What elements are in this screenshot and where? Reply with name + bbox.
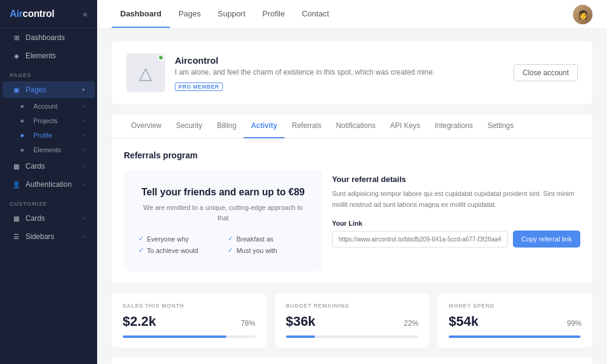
dot-icon <box>21 120 24 123</box>
profile-bio: I am alone, and feel the charm of existe… <box>175 68 435 76</box>
feature-label: To achieve would <box>147 247 198 254</box>
feature-item: ✓ Must you with <box>228 246 307 254</box>
stat-percent: 78% <box>241 319 256 328</box>
tab-billing[interactable]: Billing <box>209 114 243 138</box>
chevron-right-icon: › <box>83 147 85 153</box>
sidebars-icon: ☰ <box>12 232 21 241</box>
stat-label: BUDGET REMAINING <box>286 303 419 309</box>
sidebar-item-label: Pages <box>25 86 46 94</box>
pages-icon: ▣ <box>12 86 21 94</box>
referrals-program-card: Referrals program Tell your friends and … <box>112 138 592 283</box>
sidebar-item-label: Authentication <box>25 180 72 189</box>
stat-label: MONEY SPEND <box>449 303 582 309</box>
topnav-link-dashboard[interactable]: Dashboard <box>112 1 170 28</box>
dot-icon <box>21 134 24 137</box>
cards2-icon: ▦ <box>12 214 21 223</box>
chevron-right-icon: › <box>83 215 85 221</box>
sidebar-item-authentication[interactable]: 👤 Authentication › <box>2 176 95 193</box>
referral-promo: Tell your friends and earn up to €89 We … <box>124 170 322 271</box>
tab-security[interactable]: Security <box>169 114 209 138</box>
main-area: Dashboard Pages Support Profile Contact … <box>97 0 607 364</box>
promo-description: We are mmitted to a unique, cutting-edge… <box>138 203 308 223</box>
chevron-down-icon: ▾ <box>82 87 85 93</box>
pages-section-label: PAGES <box>0 65 97 81</box>
content-area: △ Aircontrol I am alone, and feel the ch… <box>97 29 607 364</box>
dashboards-icon: ⊞ <box>12 33 21 42</box>
feature-label: Everyone why <box>147 235 189 243</box>
referral-details: Your referral details Sunt adipisicing t… <box>332 170 580 271</box>
tab-activity[interactable]: Activity <box>243 114 284 138</box>
check-icon: ✓ <box>228 246 233 254</box>
check-icon: ✓ <box>228 235 233 243</box>
feature-label: Must you with <box>236 247 277 254</box>
details-heading: Your referral details <box>332 175 580 184</box>
sidebar-item-account[interactable]: Account › <box>2 99 95 113</box>
progress-bar-fill <box>123 335 226 338</box>
profile-avatar-icon: △ <box>139 63 152 83</box>
sidebar-sub-label: Account <box>33 103 58 110</box>
your-referrals-section: Your referrals CUSTOMER STATUS REVENUE R… <box>112 357 592 364</box>
progress-bar-fill <box>286 335 315 338</box>
sidebar-item-cards[interactable]: ▦ Cards › <box>2 158 95 175</box>
tab-notifications[interactable]: Notifications <box>328 114 382 138</box>
stat-card-sales: SALES THIS MONTH $2.2k 78% <box>112 293 266 348</box>
chevron-right-icon: › <box>83 163 85 169</box>
stat-card-money: MONEY SPEND $54k 99% <box>438 293 592 348</box>
sidebar-item-dashboards[interactable]: ⊞ Dashboards <box>2 29 95 46</box>
sidebar-item-projects[interactable]: Projects › <box>2 114 95 127</box>
link-label: Your Link <box>332 220 580 227</box>
tab-api-keys[interactable]: API Keys <box>383 114 427 138</box>
tab-settings[interactable]: Settings <box>480 114 521 138</box>
pro-badge: PRO MEMBER <box>175 83 223 91</box>
stat-row: $2.2k 78% <box>123 314 256 329</box>
stat-row: $36k 22% <box>286 314 419 329</box>
feature-item: ✓ To achieve would <box>138 246 218 254</box>
tab-overview[interactable]: Overview <box>124 114 169 138</box>
stat-percent: 99% <box>567 319 582 328</box>
avatar[interactable]: 👩 <box>573 5 592 24</box>
collapse-sidebar-button[interactable]: « <box>83 9 87 19</box>
stat-value: $2.2k <box>123 314 156 329</box>
referral-features: ✓ Everyone why ✓ Breakfast as ✓ To achie… <box>138 235 308 254</box>
tab-integrations[interactable]: Integrations <box>427 114 480 138</box>
referral-link-display: https://www.aircontrol.to/bbcfb209-641a-… <box>332 231 508 248</box>
stat-value: $36k <box>286 314 316 329</box>
avatar-image: 👩 <box>573 5 592 24</box>
stat-percent: 22% <box>404 319 418 328</box>
sidebar-item-elements[interactable]: ◈ Elements <box>2 47 95 64</box>
profile-name: Aircontrol <box>175 55 435 66</box>
profile-avatar: △ <box>126 53 165 92</box>
sidebar-item-cards2[interactable]: ▦ Cards › <box>2 210 95 227</box>
elements-icon: ◈ <box>12 52 21 60</box>
sidebar-item-profile[interactable]: Profile › <box>2 129 95 142</box>
stat-value: $54k <box>449 314 478 329</box>
topnav-link-profile[interactable]: Profile <box>254 1 293 28</box>
sidebar-item-label: Elements <box>25 52 56 60</box>
promo-heading: Tell your friends and earn up to €89 <box>138 187 308 198</box>
sidebar-item-elements2[interactable]: Elements › <box>2 143 95 157</box>
topnav-link-support[interactable]: Support <box>209 1 254 28</box>
topnav: Dashboard Pages Support Profile Contact … <box>97 0 607 29</box>
topnav-link-contact[interactable]: Contact <box>293 1 337 28</box>
profile-info: Aircontrol I am alone, and feel the char… <box>175 55 435 91</box>
check-icon: ✓ <box>138 235 144 243</box>
sidebar-logo: Aircontrol « <box>0 0 97 29</box>
stat-row: $54k 99% <box>449 314 582 329</box>
referrals-grid: Tell your friends and earn up to €89 We … <box>124 170 580 271</box>
chevron-right-icon: › <box>83 103 85 109</box>
sidebar: Aircontrol « ⊞ Dashboards ◈ Elements PAG… <box>0 0 97 364</box>
profile-card: △ Aircontrol I am alone, and feel the ch… <box>112 41 592 104</box>
close-account-button[interactable]: Close account <box>514 64 578 81</box>
sidebar-item-label: Dashboards <box>25 33 65 42</box>
copy-referral-link-button[interactable]: Copy referral link <box>513 231 580 248</box>
topnav-link-pages[interactable]: Pages <box>170 1 209 28</box>
referrals-section-title: Referrals program <box>124 150 580 160</box>
sidebar-item-label: Cards <box>25 162 45 170</box>
sidebar-item-pages[interactable]: ▣ Pages ▾ <box>2 81 95 98</box>
sidebar-item-sidebars[interactable]: ☰ Sidebars › <box>2 228 95 245</box>
sidebar-item-label: Sidebars <box>25 232 54 241</box>
logo-text: Aircontrol <box>10 8 54 19</box>
chevron-right-icon: › <box>83 181 85 187</box>
link-input-row: https://www.aircontrol.to/bbcfb209-641a-… <box>332 231 580 248</box>
tab-referrals[interactable]: Referrals <box>285 114 329 138</box>
